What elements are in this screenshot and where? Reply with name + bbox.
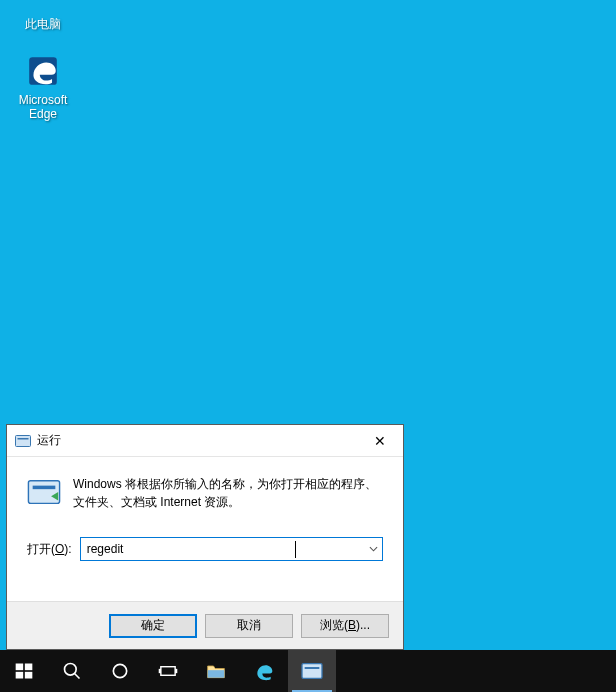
run-app-icon [15,433,31,449]
dialog-description: Windows 将根据你所输入的名称，为你打开相应的程序、文件夹、文档或 Int… [73,475,383,511]
svg-rect-9 [25,672,33,679]
svg-rect-18 [305,667,320,669]
svg-rect-8 [16,672,24,679]
dialog-buttons: 确定 取消 浏览(B)... [7,601,403,649]
browse-label: 浏览(B)... [320,617,370,634]
start-button[interactable] [0,650,48,692]
task-view-icon [158,661,178,681]
desktop-icon-this-pc[interactable]: 此电脑 [6,4,80,32]
dropdown-button[interactable] [364,538,382,560]
desktop-icon-edge[interactable]: Microsoft Edge [6,50,80,122]
desktop[interactable]: 此电脑 Microsoft Edge 运行 ✕ [0,0,616,692]
svg-point-12 [113,664,126,677]
svg-rect-2 [18,438,29,440]
svg-rect-7 [25,664,33,671]
edge-label: Microsoft Edge [19,94,68,122]
svg-rect-4 [33,486,56,490]
taskbar-explorer[interactable] [192,650,240,692]
svg-point-10 [65,664,77,676]
browse-button[interactable]: 浏览(B)... [301,614,389,638]
edge-taskbar-icon [254,661,274,681]
this-pc-label: 此电脑 [25,18,61,32]
svg-rect-3 [28,481,59,504]
cortana-icon [110,661,130,681]
cortana-button[interactable] [96,650,144,692]
svg-rect-15 [175,669,177,673]
open-combobox[interactable] [80,537,383,561]
windows-icon [14,661,34,681]
dialog-body: Windows 将根据你所输入的名称，为你打开相应的程序、文件夹、文档或 Int… [7,457,403,601]
edge-icon [22,50,64,92]
task-view-button[interactable] [144,650,192,692]
run-taskbar-icon [301,663,323,679]
cancel-button[interactable]: 取消 [205,614,293,638]
open-input[interactable] [81,538,364,560]
svg-rect-17 [302,664,322,679]
folder-icon [206,661,226,681]
close-icon: ✕ [374,433,386,449]
svg-rect-1 [16,435,31,446]
svg-rect-14 [159,669,161,673]
search-button[interactable] [48,650,96,692]
title-bar[interactable]: 运行 ✕ [7,425,403,457]
search-icon [62,661,82,681]
close-button[interactable]: ✕ [357,425,403,456]
svg-rect-16 [208,670,225,678]
run-large-icon [27,475,61,509]
taskbar [0,650,616,692]
run-dialog: 运行 ✕ Windows 将根据你所输入的名称，为你打开相应的程序、文件夹、文档… [6,424,404,650]
taskbar-edge[interactable] [240,650,288,692]
svg-rect-13 [161,667,175,676]
chevron-down-icon [369,546,378,552]
dialog-title: 运行 [37,432,357,449]
svg-rect-6 [16,664,24,671]
open-label: 打开(O): [27,541,72,558]
svg-line-11 [75,674,80,679]
ok-button[interactable]: 确定 [109,614,197,638]
taskbar-run[interactable] [288,650,336,692]
